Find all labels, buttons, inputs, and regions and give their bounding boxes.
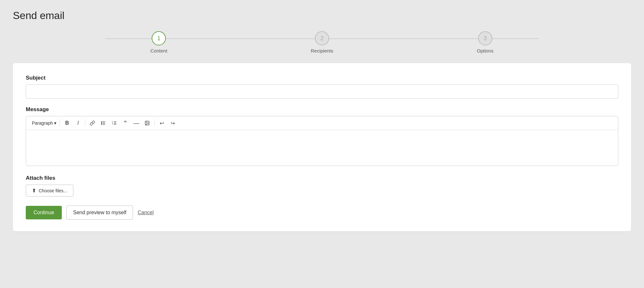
step-3-number: 3 [484,35,487,42]
subject-section: Subject [26,75,618,106]
message-label: Message [26,106,618,113]
separator-2 [154,120,155,127]
message-section: Message Paragraph ▾ B I [26,106,618,166]
link-icon [90,120,95,126]
stepper: 1 Content 2 Recipients 3 Options [13,31,631,53]
step-1-content: 1 Content [77,31,241,53]
message-editor: Paragraph ▾ B I [26,116,618,166]
step-1-circle: 1 [152,31,166,45]
main-card: Subject Message Paragraph ▾ B I [13,63,631,231]
svg-point-3 [101,121,102,122]
attach-section: Attach files ⬆ Choose files... [26,175,618,197]
image-icon [145,120,150,126]
step-3-circle: 3 [478,31,492,45]
ordered-list-button[interactable]: 1. 2. 3. [109,118,119,128]
undo-button[interactable]: ↩ [156,118,167,128]
svg-point-4 [101,123,102,123]
step-1-label: Content [150,48,167,53]
editor-toolbar: Paragraph ▾ B I [26,116,618,130]
svg-text:3.: 3. [112,123,113,125]
choose-files-button[interactable]: ⬆ Choose files... [26,185,73,197]
step-2-circle: 2 [315,31,329,45]
message-body[interactable] [26,130,618,166]
link-button[interactable] [87,118,98,128]
step-1-number: 1 [157,35,160,42]
step-3-options: 3 Options [403,31,567,53]
bold-button[interactable]: B [62,118,72,128]
redo-button[interactable]: ↪ [167,118,178,128]
step-2-recipients: 2 Recipients [241,31,404,53]
step-2-label: Recipients [311,48,333,53]
chevron-down-icon: ▾ [54,120,56,126]
bullet-list-button[interactable] [98,118,109,128]
paragraph-label: Paragraph [32,120,53,126]
ordered-list-icon: 1. 2. 3. [112,120,117,126]
step-2-number: 2 [320,35,324,42]
horizontal-rule-button[interactable]: — [131,118,141,128]
action-bar: Continue Send preview to myself Cancel [26,206,618,220]
continue-button[interactable]: Continue [26,206,62,219]
blockquote-button[interactable]: " [120,118,130,128]
attach-label: Attach files [26,175,618,181]
svg-point-5 [101,124,102,125]
image-button[interactable] [142,118,152,128]
upload-icon: ⬆ [32,187,36,194]
italic-button[interactable]: I [73,118,83,128]
paragraph-dropdown[interactable]: Paragraph ▾ [29,119,60,127]
separator-1 [85,120,85,127]
page-title: Send email [13,10,631,22]
step-3-label: Options [477,48,494,53]
subject-input[interactable] [26,84,618,99]
choose-files-label: Choose files... [39,188,67,193]
send-preview-button[interactable]: Send preview to myself [66,206,133,220]
bullet-list-icon [101,120,106,126]
cancel-button[interactable]: Cancel [137,210,154,216]
subject-label: Subject [26,75,618,81]
svg-point-13 [146,122,147,123]
